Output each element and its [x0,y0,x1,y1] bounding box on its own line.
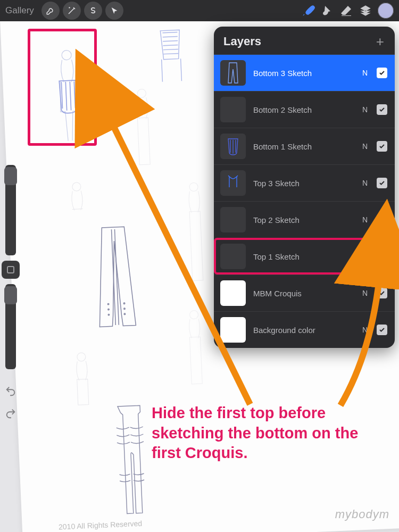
layer-blend-mode[interactable]: N [361,179,369,187]
layer-row[interactable]: Background color N [214,311,395,348]
layer-thumbnail [220,317,246,343]
layer-blend-mode[interactable]: N [361,105,369,114]
actions-wrench-icon[interactable] [41,2,60,20]
croquis-figure [60,350,105,410]
layers-popover: Layers + Bottom 3 Sketch N Bottom 2 Sket… [214,27,395,348]
croquis-figure [172,307,218,389]
modify-button[interactable] [2,261,20,279]
svg-point-5 [108,314,110,315]
selection-s-icon[interactable] [84,2,102,20]
croquis-figure [148,26,194,92]
layer-visibility-checkbox[interactable] [377,104,387,115]
brush-size-slider[interactable] [5,165,16,255]
layer-visibility-checkbox[interactable] [377,251,387,262]
top-toolbar: Gallery [0,0,399,21]
layer-row[interactable]: Top 2 Sketch N [214,201,395,238]
layer-row[interactable]: Bottom 1 Sketch N [214,128,395,164]
layer-blend-mode[interactable]: N [361,252,369,261]
layer-blend-mode[interactable]: N [361,142,369,151]
layer-row[interactable]: Bottom 3 Sketch N [214,54,395,91]
layer-name: Top 3 Sketch [253,179,353,188]
layer-thumbnail [220,60,246,86]
svg-point-2 [72,182,81,192]
croquis-figure [40,46,97,152]
svg-point-8 [124,313,126,315]
gallery-button[interactable]: Gallery [4,5,38,16]
svg-point-1 [137,89,146,98]
side-slider-rail [2,165,20,369]
svg-point-11 [189,310,198,319]
layer-thumbnail [220,134,246,159]
layer-name: MBM Croquis [253,289,353,298]
layer-name: Bottom 3 Sketch [253,69,353,78]
layer-row[interactable]: MBM Croquis N [214,275,395,311]
slider-thumb[interactable] [4,167,17,185]
svg-point-3 [107,303,109,305]
layer-row[interactable]: Bottom 2 Sketch N [214,91,395,128]
add-layer-button[interactable]: + [374,34,386,49]
croquis-figure [78,222,152,337]
layer-thumbnail [220,170,246,196]
layer-thumbnail [220,207,246,232]
croquis-figure [172,180,220,288]
layer-visibility-checkbox[interactable] [377,325,387,335]
slider-thumb[interactable] [4,286,17,304]
brush-opacity-slider[interactable] [5,284,16,369]
layer-visibility-checkbox[interactable] [377,178,387,188]
layer-visibility-checkbox[interactable] [377,214,387,225]
annotation-text: Hide the first top before sketching the … [152,403,375,463]
layer-visibility-checkbox[interactable] [377,288,387,298]
svg-point-10 [189,182,198,192]
layer-thumbnail [220,97,246,122]
svg-point-7 [124,308,126,310]
redo-button[interactable] [3,405,19,421]
layer-thumbnail [220,244,246,269]
watermark-brand: mybodym [335,508,389,521]
layer-row[interactable]: Top 3 Sketch N [214,164,395,201]
svg-point-4 [108,309,110,310]
croquis-figure [120,86,167,173]
layer-name: Background color [253,326,353,335]
brush-tool-icon[interactable] [300,3,316,19]
move-arrow-icon[interactable] [105,2,123,20]
svg-point-9 [77,353,86,362]
layer-blend-mode[interactable]: N [361,215,369,224]
layer-thumbnail [220,280,246,306]
color-picker-swatch[interactable] [377,2,395,20]
undo-redo-group [2,383,20,421]
layer-name: Bottom 1 Sketch [253,142,353,151]
layer-name: Top 1 Sketch [253,252,353,261]
layers-title: Layers [223,35,261,48]
eraser-tool-icon[interactable] [338,3,354,19]
layer-blend-mode[interactable]: N [361,289,369,297]
layer-row[interactable]: Top 1 Sketch N [214,238,395,275]
layer-name: Bottom 2 Sketch [253,105,353,114]
svg-point-6 [123,303,125,304]
smudge-tool-icon[interactable] [319,3,335,19]
undo-button[interactable] [3,383,19,399]
layer-visibility-checkbox[interactable] [377,141,387,152]
layer-name: Top 2 Sketch [253,215,353,225]
adjustments-wand-icon[interactable] [63,2,81,20]
layer-blend-mode[interactable]: N [361,326,369,334]
layers-tool-icon[interactable] [358,3,373,19]
svg-point-0 [62,50,72,60]
layer-visibility-checkbox[interactable] [377,68,387,78]
layer-blend-mode[interactable]: N [361,69,369,77]
